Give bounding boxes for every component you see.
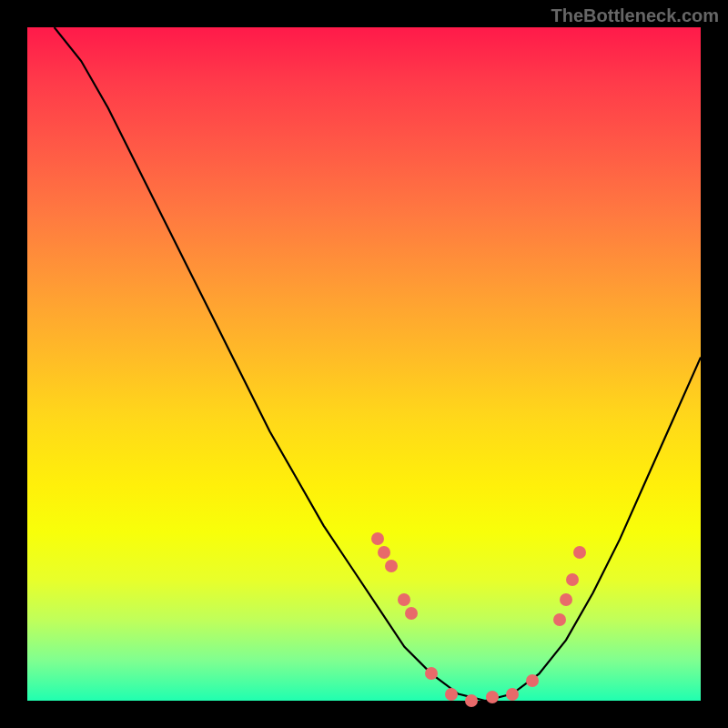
watermark-text: TheBottleneck.com (551, 5, 719, 26)
sample-dot (425, 667, 438, 680)
sample-dot (371, 532, 384, 545)
curve-svg (27, 27, 701, 701)
sample-dot (465, 694, 478, 707)
sample-dot (378, 546, 390, 559)
sample-dot (526, 674, 539, 687)
bottleneck-curve (55, 27, 701, 701)
sample-dot (385, 560, 398, 572)
sample-dot (553, 613, 566, 626)
sample-dot (486, 691, 499, 703)
sample-dot (398, 593, 410, 606)
sample-dot (560, 593, 572, 606)
sample-dot (573, 546, 586, 559)
sample-dot (405, 607, 418, 620)
sample-dot (445, 688, 458, 701)
sample-dot (566, 573, 579, 586)
chart-plot-area (27, 27, 701, 701)
sample-dot (506, 688, 519, 701)
